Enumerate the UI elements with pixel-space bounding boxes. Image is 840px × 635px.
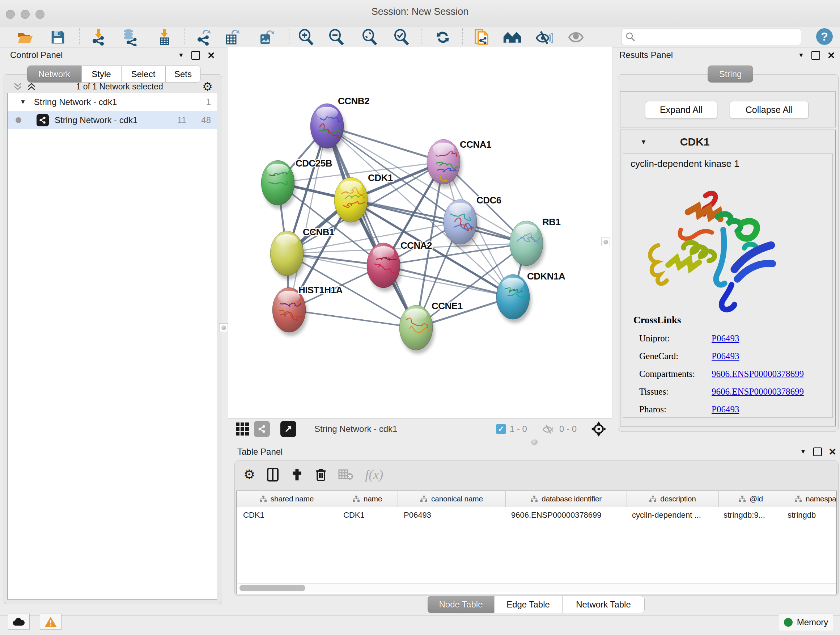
table-panel-close-icon[interactable]: ✕ [829, 447, 836, 456]
control-panel-close-icon[interactable]: ✕ [207, 51, 215, 60]
tab-edge-table[interactable]: Edge Table [494, 596, 562, 613]
show-all-button[interactable] [567, 28, 585, 46]
table-cell[interactable]: P06493 [397, 510, 505, 520]
column-header-database-identifier[interactable]: database identifier [506, 491, 627, 507]
crosslink-tissues-link[interactable]: 9606.ENSP00000378699 [712, 386, 804, 397]
export-image-button[interactable] [257, 28, 276, 46]
node-CCNB1[interactable] [270, 231, 305, 279]
search-field[interactable] [621, 29, 801, 45]
table-cell[interactable]: stringdb:9... [717, 510, 781, 520]
column-header-@id[interactable]: @id [719, 491, 783, 507]
tab-network[interactable]: Network [27, 65, 81, 82]
tab-network-table[interactable]: Network Table [562, 596, 645, 613]
gene-collapse-icon[interactable]: ▼ [640, 138, 647, 146]
results-panel-close-icon[interactable]: ✕ [827, 51, 835, 60]
memory-button[interactable]: Memory [779, 614, 833, 631]
export-table-button[interactable] [223, 28, 242, 46]
column-tree-icon [353, 496, 360, 502]
crosslink-genecard-link[interactable]: P06493 [712, 351, 739, 361]
network-row[interactable]: String Network - cdk1 11 48 [8, 111, 217, 129]
node-CDC6[interactable] [444, 200, 478, 248]
left-splitter-grip[interactable] [219, 323, 228, 332]
table-row[interactable]: CDK1CDK1P064939606.ENSP00000378699cyclin… [237, 507, 836, 523]
node-CCNE1[interactable] [399, 305, 434, 354]
table-panel-menu-icon[interactable]: ▼ [800, 448, 806, 455]
node-label-RB1: RB1 [542, 217, 561, 227]
node-CCNA2[interactable] [367, 243, 402, 291]
control-panel-float-icon[interactable] [191, 51, 200, 60]
save-session-button[interactable] [49, 28, 67, 46]
table-cell[interactable]: CDK1 [237, 510, 337, 520]
table-cell[interactable]: stringdb [781, 510, 837, 520]
zoom-selected-button[interactable] [392, 28, 411, 46]
tab-sets[interactable]: Sets [165, 65, 201, 82]
detach-view-icon[interactable]: ↗ [280, 421, 296, 437]
table-panel-float-icon[interactable] [813, 448, 822, 456]
results-panel-menu-icon[interactable]: ▼ [798, 52, 804, 59]
show-columns-icon[interactable] [267, 467, 279, 482]
first-neighbors-button[interactable] [503, 28, 522, 46]
column-header-shared-name[interactable]: shared name [237, 491, 337, 507]
search-input[interactable] [639, 32, 801, 42]
import-table-button[interactable] [155, 28, 174, 46]
column-header-description[interactable]: description [627, 491, 719, 507]
table-cell[interactable]: cyclin-dependent ... [625, 510, 717, 520]
open-session-button[interactable] [16, 28, 35, 46]
tab-select[interactable]: Select [121, 65, 165, 82]
cloud-button[interactable] [8, 614, 30, 630]
column-header-name[interactable]: name [337, 491, 398, 507]
column-header-canonical-name[interactable]: canonical name [398, 491, 506, 507]
network-icon [36, 114, 49, 126]
import-network-from-database-button[interactable] [120, 28, 139, 46]
collection-expand-icon[interactable]: ▼ [20, 98, 26, 106]
birds-eye-crosshair-icon[interactable] [591, 421, 607, 437]
crosslink-uniprot-link[interactable]: P06493 [712, 333, 739, 344]
hide-selected-button[interactable] [535, 28, 554, 46]
column-header-namespace[interactable]: namespace [783, 491, 837, 507]
create-column-plus-icon[interactable] [291, 467, 303, 482]
zoom-fit-button[interactable] [360, 28, 379, 46]
right-splitter-grip[interactable] [601, 238, 610, 246]
node-table[interactable]: shared namenamecanonical namedatabase id… [236, 491, 837, 594]
crosslink-pharos-link[interactable]: P06493 [712, 404, 739, 415]
horizontal-splitter-grip[interactable] [531, 440, 538, 445]
results-panel-float-icon[interactable] [812, 51, 820, 60]
collapse-all-icon[interactable] [12, 82, 23, 91]
table-toolbar: ⚙ f(x) [238, 464, 383, 485]
network-list: ▼ String Network - cdk1 1 String Network… [7, 93, 217, 600]
network-graph[interactable]: CCNB2CCNA1CDC25BCDK1CDC6RB1CCNB1CCNA2CDK… [228, 47, 613, 418]
zoom-out-button[interactable] [327, 28, 346, 46]
crosslink-label: Compartments: [639, 369, 712, 379]
selected-checkbox-icon[interactable]: ✓ [496, 424, 506, 434]
node-CCNB2[interactable] [310, 103, 346, 152]
table-options-gear-icon[interactable]: ⚙ [243, 467, 255, 482]
network-collection-row[interactable]: ▼ String Network - cdk1 1 [8, 93, 217, 111]
control-panel-menu-icon[interactable]: ▼ [178, 52, 184, 59]
expand-all-icon[interactable] [26, 82, 37, 91]
grid-view-icon[interactable] [236, 423, 249, 435]
network-canvas[interactable]: CCNB2CCNA1CDC25BCDK1CDC6RB1CCNB1CCNA2CDK… [228, 47, 613, 418]
collapse-all-button[interactable]: Collapse All [729, 101, 808, 119]
tab-style[interactable]: Style [81, 65, 121, 82]
import-network-button[interactable] [89, 28, 108, 46]
tab-node-table[interactable]: Node Table [428, 596, 494, 613]
crosslink-compartments-link[interactable]: 9606.ENSP00000378699 [712, 369, 804, 379]
expand-all-button[interactable]: Expand All [645, 101, 717, 119]
node-CDKN1A[interactable] [496, 274, 531, 323]
scrollbar-thumb[interactable] [240, 585, 305, 591]
table-cell[interactable]: CDK1 [337, 510, 397, 520]
tab-string[interactable]: String [707, 65, 753, 82]
table-cell[interactable]: 9606.ENSP00000378699 [505, 510, 625, 520]
delete-column-trash-icon[interactable] [315, 467, 327, 482]
clone-network-button[interactable] [473, 28, 492, 46]
warnings-button[interactable] [40, 614, 62, 630]
export-network-button[interactable] [195, 28, 213, 46]
network-view-share-icon[interactable] [254, 421, 270, 437]
table-horizontal-scrollbar[interactable] [238, 583, 837, 592]
network-options-gear-icon[interactable]: ⚙ [202, 80, 213, 93]
apply-layout-button[interactable] [433, 28, 452, 46]
node-RB1[interactable] [510, 221, 545, 269]
help-button[interactable]: ? [816, 28, 833, 45]
gene-section-header[interactable]: ▼ CDK1 [620, 131, 835, 153]
zoom-in-button[interactable] [297, 28, 316, 46]
